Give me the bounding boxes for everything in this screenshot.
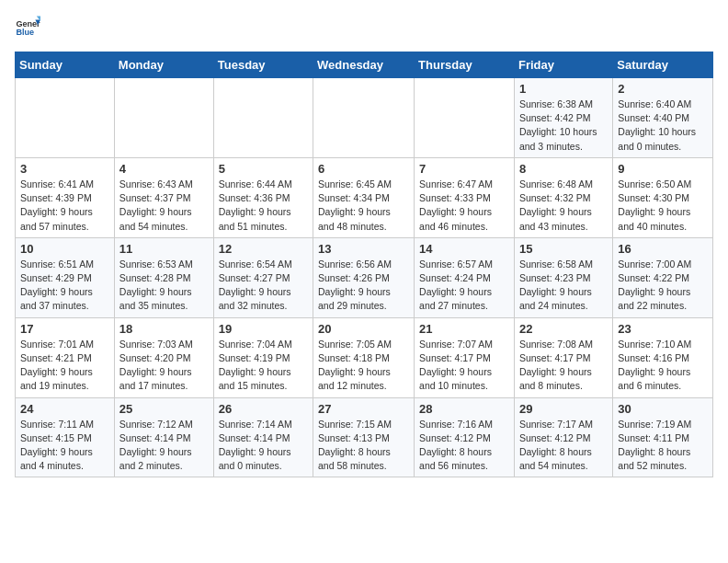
day-info: Sunrise: 7:01 AMSunset: 4:21 PMDaylight:… <box>20 338 109 394</box>
day-number: 2 <box>618 82 708 96</box>
day-info: Sunrise: 6:57 AMSunset: 4:24 PMDaylight:… <box>419 258 509 314</box>
calendar-cell <box>313 78 415 158</box>
calendar-cell <box>114 78 213 158</box>
day-info: Sunrise: 7:03 AMSunset: 4:20 PMDaylight:… <box>119 338 209 394</box>
day-info: Sunrise: 6:53 AMSunset: 4:28 PMDaylight:… <box>119 258 209 314</box>
day-info: Sunrise: 6:44 AMSunset: 4:36 PMDaylight:… <box>219 178 308 234</box>
day-info: Sunrise: 7:17 AMSunset: 4:12 PMDaylight:… <box>519 418 608 474</box>
calendar-table: SundayMondayTuesdayWednesdayThursdayFrid… <box>15 52 713 477</box>
calendar-cell: 6Sunrise: 6:45 AMSunset: 4:34 PMDaylight… <box>313 157 415 237</box>
calendar-cell: 13Sunrise: 6:56 AMSunset: 4:26 PMDayligh… <box>313 237 415 317</box>
calendar-cell: 26Sunrise: 7:14 AMSunset: 4:14 PMDayligh… <box>213 397 313 477</box>
calendar-cell: 27Sunrise: 7:15 AMSunset: 4:13 PMDayligh… <box>313 397 415 477</box>
page-header: General Blue <box>15 15 713 40</box>
calendar-week-3: 10Sunrise: 6:51 AMSunset: 4:29 PMDayligh… <box>16 237 713 317</box>
calendar-cell: 14Sunrise: 6:57 AMSunset: 4:24 PMDayligh… <box>415 237 515 317</box>
calendar-cell: 21Sunrise: 7:07 AMSunset: 4:17 PMDayligh… <box>415 317 515 397</box>
calendar-cell: 4Sunrise: 6:43 AMSunset: 4:37 PMDaylight… <box>114 157 213 237</box>
day-number: 19 <box>219 322 308 336</box>
column-header-thursday: Thursday <box>415 52 515 78</box>
calendar-week-2: 3Sunrise: 6:41 AMSunset: 4:39 PMDaylight… <box>16 157 713 237</box>
day-number: 7 <box>419 162 509 176</box>
day-info: Sunrise: 7:14 AMSunset: 4:14 PMDaylight:… <box>219 418 308 474</box>
calendar-header-row: SundayMondayTuesdayWednesdayThursdayFrid… <box>16 52 713 78</box>
day-number: 18 <box>119 322 209 336</box>
calendar-cell <box>415 78 515 158</box>
calendar-cell: 30Sunrise: 7:19 AMSunset: 4:11 PMDayligh… <box>613 397 713 477</box>
calendar-cell: 19Sunrise: 7:04 AMSunset: 4:19 PMDayligh… <box>213 317 313 397</box>
calendar-cell <box>213 78 313 158</box>
calendar-cell: 9Sunrise: 6:50 AMSunset: 4:30 PMDaylight… <box>613 157 713 237</box>
calendar-week-1: 1Sunrise: 6:38 AMSunset: 4:42 PMDaylight… <box>16 78 713 158</box>
day-info: Sunrise: 6:56 AMSunset: 4:26 PMDaylight:… <box>318 258 409 314</box>
calendar-cell: 16Sunrise: 7:00 AMSunset: 4:22 PMDayligh… <box>613 237 713 317</box>
calendar-cell: 11Sunrise: 6:53 AMSunset: 4:28 PMDayligh… <box>114 237 213 317</box>
day-number: 26 <box>219 402 308 416</box>
day-number: 4 <box>119 162 209 176</box>
calendar-week-5: 24Sunrise: 7:11 AMSunset: 4:15 PMDayligh… <box>16 397 713 477</box>
calendar-cell: 7Sunrise: 6:47 AMSunset: 4:33 PMDaylight… <box>415 157 515 237</box>
day-info: Sunrise: 6:47 AMSunset: 4:33 PMDaylight:… <box>419 178 509 234</box>
day-number: 30 <box>618 402 708 416</box>
logo-icon: General Blue <box>15 15 40 40</box>
day-info: Sunrise: 6:58 AMSunset: 4:23 PMDaylight:… <box>519 258 608 314</box>
day-info: Sunrise: 7:08 AMSunset: 4:17 PMDaylight:… <box>519 338 608 394</box>
day-number: 5 <box>219 162 308 176</box>
day-number: 14 <box>419 242 509 256</box>
calendar-cell: 28Sunrise: 7:16 AMSunset: 4:12 PMDayligh… <box>415 397 515 477</box>
day-info: Sunrise: 6:54 AMSunset: 4:27 PMDaylight:… <box>219 258 308 314</box>
calendar-week-4: 17Sunrise: 7:01 AMSunset: 4:21 PMDayligh… <box>16 317 713 397</box>
day-number: 15 <box>519 242 608 256</box>
day-number: 13 <box>318 242 409 256</box>
column-header-monday: Monday <box>114 52 213 78</box>
day-number: 11 <box>119 242 209 256</box>
day-number: 29 <box>519 402 608 416</box>
day-number: 3 <box>20 162 109 176</box>
calendar-cell: 22Sunrise: 7:08 AMSunset: 4:17 PMDayligh… <box>514 317 612 397</box>
day-info: Sunrise: 7:07 AMSunset: 4:17 PMDaylight:… <box>419 338 509 394</box>
calendar-cell: 15Sunrise: 6:58 AMSunset: 4:23 PMDayligh… <box>514 237 612 317</box>
day-number: 16 <box>618 242 708 256</box>
day-info: Sunrise: 6:45 AMSunset: 4:34 PMDaylight:… <box>318 178 409 234</box>
column-header-saturday: Saturday <box>613 52 713 78</box>
calendar-cell: 17Sunrise: 7:01 AMSunset: 4:21 PMDayligh… <box>16 317 115 397</box>
day-info: Sunrise: 7:05 AMSunset: 4:18 PMDaylight:… <box>318 338 409 394</box>
calendar-cell: 18Sunrise: 7:03 AMSunset: 4:20 PMDayligh… <box>114 317 213 397</box>
calendar-cell: 25Sunrise: 7:12 AMSunset: 4:14 PMDayligh… <box>114 397 213 477</box>
calendar-cell: 8Sunrise: 6:48 AMSunset: 4:32 PMDaylight… <box>514 157 612 237</box>
calendar-cell: 20Sunrise: 7:05 AMSunset: 4:18 PMDayligh… <box>313 317 415 397</box>
svg-text:Blue: Blue <box>16 28 34 37</box>
calendar-cell: 1Sunrise: 6:38 AMSunset: 4:42 PMDaylight… <box>514 78 612 158</box>
column-header-friday: Friday <box>514 52 612 78</box>
day-number: 23 <box>618 322 708 336</box>
day-number: 24 <box>20 402 109 416</box>
day-info: Sunrise: 6:43 AMSunset: 4:37 PMDaylight:… <box>119 178 209 234</box>
day-number: 9 <box>618 162 708 176</box>
column-header-tuesday: Tuesday <box>213 52 313 78</box>
logo: General Blue <box>15 15 40 40</box>
day-info: Sunrise: 7:16 AMSunset: 4:12 PMDaylight:… <box>419 418 509 474</box>
calendar-cell: 5Sunrise: 6:44 AMSunset: 4:36 PMDaylight… <box>213 157 313 237</box>
day-info: Sunrise: 6:48 AMSunset: 4:32 PMDaylight:… <box>519 178 608 234</box>
day-number: 17 <box>20 322 109 336</box>
day-number: 1 <box>519 82 608 96</box>
day-info: Sunrise: 7:10 AMSunset: 4:16 PMDaylight:… <box>618 338 708 394</box>
day-info: Sunrise: 6:38 AMSunset: 4:42 PMDaylight:… <box>519 98 608 154</box>
day-number: 22 <box>519 322 608 336</box>
day-info: Sunrise: 7:00 AMSunset: 4:22 PMDaylight:… <box>618 258 708 314</box>
day-number: 28 <box>419 402 509 416</box>
day-info: Sunrise: 6:41 AMSunset: 4:39 PMDaylight:… <box>20 178 109 234</box>
day-number: 27 <box>318 402 409 416</box>
calendar-cell: 23Sunrise: 7:10 AMSunset: 4:16 PMDayligh… <box>613 317 713 397</box>
day-number: 12 <box>219 242 308 256</box>
day-info: Sunrise: 7:12 AMSunset: 4:14 PMDaylight:… <box>119 418 209 474</box>
calendar-cell: 10Sunrise: 6:51 AMSunset: 4:29 PMDayligh… <box>16 237 115 317</box>
day-number: 10 <box>20 242 109 256</box>
calendar-cell: 12Sunrise: 6:54 AMSunset: 4:27 PMDayligh… <box>213 237 313 317</box>
day-number: 25 <box>119 402 209 416</box>
day-number: 6 <box>318 162 409 176</box>
day-info: Sunrise: 6:51 AMSunset: 4:29 PMDaylight:… <box>20 258 109 314</box>
column-header-sunday: Sunday <box>16 52 115 78</box>
day-info: Sunrise: 7:19 AMSunset: 4:11 PMDaylight:… <box>618 418 708 474</box>
day-number: 21 <box>419 322 509 336</box>
